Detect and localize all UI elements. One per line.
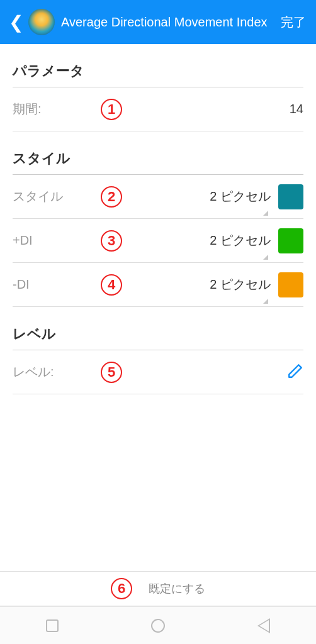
system-navbar (0, 606, 316, 644)
nav-back-icon[interactable] (257, 618, 270, 633)
style-row-label: スタイル (13, 188, 88, 205)
section-parameters-title: パラメータ (13, 62, 303, 80)
row-period[interactable]: 期間: 1 14 (13, 87, 303, 131)
period-value: 14 (290, 102, 303, 116)
annotation-badge-3: 3 (101, 230, 122, 252)
content: パラメータ 期間: 1 14 スタイル スタイル 2 2 ピクセル +DI 3 … (0, 62, 316, 394)
row-style-plus-di[interactable]: +DI 3 2 ピクセル (13, 219, 303, 263)
minusdi-label: -DI (13, 277, 88, 292)
minusdi-pixel: 2 ピクセル (210, 276, 271, 293)
done-button[interactable]: 完了 (277, 14, 310, 31)
annotation-badge-5: 5 (101, 362, 122, 383)
style-row-pixel: 2 ピクセル (210, 188, 271, 205)
dropdown-icon (263, 255, 268, 260)
section-level-title: レベル (13, 325, 303, 343)
annotation-badge-2: 2 (101, 186, 122, 208)
period-label: 期間: (13, 101, 88, 118)
row-style-main[interactable]: スタイル 2 2 ピクセル (13, 175, 303, 219)
edit-icon[interactable] (287, 363, 303, 382)
section-style-title: スタイル (13, 149, 303, 168)
row-level[interactable]: レベル: 5 (13, 350, 303, 394)
color-swatch-main[interactable] (278, 184, 303, 209)
reset-label: 既定にする (149, 581, 205, 596)
color-swatch-minus-di[interactable] (278, 272, 303, 297)
row-style-minus-di[interactable]: -DI 4 2 ピクセル (13, 263, 303, 307)
annotation-badge-1: 1 (101, 99, 122, 120)
annotation-badge-6: 6 (111, 578, 132, 599)
back-icon[interactable]: ❮ (6, 12, 26, 33)
plusdi-pixel: 2 ピクセル (210, 232, 271, 249)
reset-button[interactable]: 6 既定にする (0, 571, 316, 606)
plusdi-label: +DI (13, 233, 88, 248)
app-icon (28, 9, 55, 35)
header-bar: ❮ Average Directional Movement Index 完了 (0, 0, 316, 44)
dropdown-icon (263, 211, 268, 216)
nav-recent-icon[interactable] (46, 619, 59, 632)
level-label: レベル: (13, 364, 88, 380)
annotation-badge-4: 4 (101, 274, 122, 296)
page-title: Average Directional Movement Index (61, 15, 277, 30)
nav-home-icon[interactable] (151, 619, 165, 633)
dropdown-icon (263, 299, 268, 304)
color-swatch-plus-di[interactable] (278, 228, 303, 253)
